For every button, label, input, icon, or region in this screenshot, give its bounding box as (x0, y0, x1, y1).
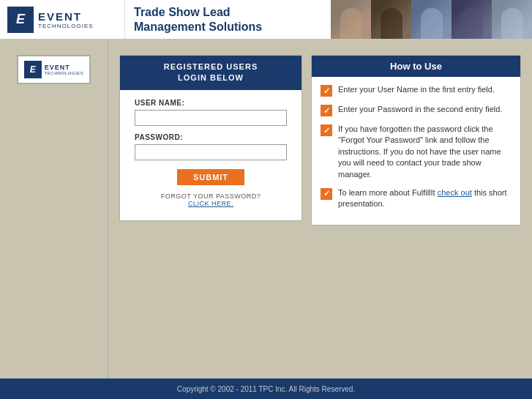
username-label: USER NAME: (135, 99, 287, 107)
content-area: REGISTERED USERS LOGIN BELOW USER NAME: … (108, 40, 532, 379)
sidebar-logo-text-block: EVENT TECHNOLOGIES (45, 64, 84, 75)
logo-letter: E (16, 12, 25, 27)
header-photos (331, 0, 532, 39)
password-input[interactable] (135, 144, 287, 160)
logo-technologies-text: TECHNOLOGIES (38, 23, 94, 29)
how-text-4-before: To learn more about FulfillIt (338, 188, 438, 197)
sidebar-logo-icon: E (24, 61, 42, 78)
how-text-3: If you have forgotten the password click… (338, 124, 512, 180)
check-icon-2 (321, 105, 332, 116)
logo-text: EVENT TECHNOLOGIES (38, 10, 94, 29)
login-body: USER NAME: PASSWORD: SUBMIT FORGOT YOUR … (120, 90, 301, 220)
how-item-2: Enter your Password in the second entry … (321, 104, 512, 116)
submit-button[interactable]: SUBMIT (177, 169, 244, 185)
header-title-block: Trade Show Lead Management Solutions (124, 0, 271, 39)
check-icon-1 (321, 85, 332, 97)
how-to-use-box: How to Use Enter your User Name in the f… (311, 55, 521, 225)
sidebar-logo-letter: E (30, 64, 36, 75)
header-logo-area: E EVENT TECHNOLOGIES (0, 0, 124, 39)
how-to-use-body: Enter your User Name in the first entry … (312, 77, 520, 225)
forgot-text: FORGOT YOUR PASSWORD? (161, 193, 261, 200)
login-header-line2: LOGIN BELOW (178, 73, 244, 82)
footer: Copyright © 2002 - 2011 TPC Inc. All Rig… (0, 379, 532, 399)
how-text-1: Enter your User Name in the first entry … (338, 84, 495, 95)
photo-1 (331, 0, 371, 39)
login-header-line1: REGISTERED USERS (164, 62, 258, 71)
photo-2 (371, 0, 411, 39)
check-icon-3 (321, 124, 332, 136)
sidebar-tech-text: TECHNOLOGIES (45, 71, 84, 75)
check-icon-4 (321, 188, 332, 200)
check-out-link[interactable]: check out (438, 188, 472, 197)
forgot-section: FORGOT YOUR PASSWORD? CLICK HERE. (135, 193, 287, 207)
logo-event-text: EVENT (38, 10, 94, 23)
logo: E EVENT TECHNOLOGIES (7, 7, 94, 33)
password-label: PASSWORD: (135, 133, 287, 141)
header-title-text: Trade Show Lead Management Solutions (134, 5, 262, 33)
how-to-use-header: How to Use (312, 56, 520, 77)
how-item-1: Enter your User Name in the first entry … (321, 84, 512, 97)
title-line2: Management Solutions (134, 20, 262, 33)
username-input[interactable] (135, 110, 287, 126)
photo-5 (492, 0, 532, 39)
login-box: REGISTERED USERS LOGIN BELOW USER NAME: … (119, 55, 302, 221)
how-text-4: To learn more about FulfillIt check out … (338, 187, 512, 210)
how-item-4: To learn more about FulfillIt check out … (321, 187, 512, 210)
sidebar-logo: E EVENT TECHNOLOGIES (17, 55, 91, 84)
login-header: REGISTERED USERS LOGIN BELOW (120, 56, 301, 90)
sidebar-event-text: EVENT (45, 64, 84, 71)
logo-icon: E (7, 7, 34, 33)
main-layout: E EVENT TECHNOLOGIES REGISTERED USERS LO… (0, 40, 532, 379)
how-item-3: If you have forgotten the password click… (321, 124, 512, 180)
footer-text: Copyright © 2002 - 2011 TPC Inc. All Rig… (177, 385, 355, 393)
photo-3 (411, 0, 452, 39)
how-text-2: Enter your Password in the second entry … (338, 104, 502, 115)
photo-4 (452, 0, 492, 39)
title-line1: Trade Show Lead (134, 6, 231, 18)
forgot-link[interactable]: CLICK HERE. (135, 200, 287, 207)
header: E EVENT TECHNOLOGIES Trade Show Lead Man… (0, 0, 532, 40)
left-sidebar: E EVENT TECHNOLOGIES (0, 40, 108, 379)
